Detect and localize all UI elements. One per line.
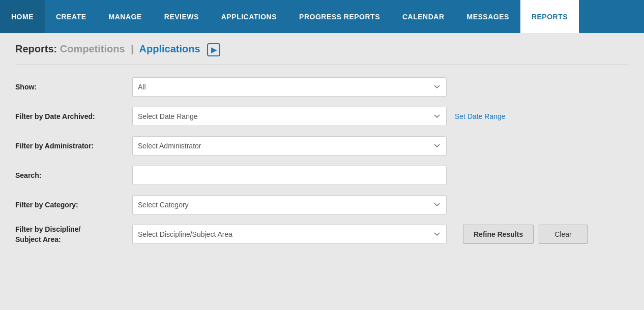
nav-messages[interactable]: MESSAGES	[456, 0, 520, 33]
search-label: Search:	[15, 171, 132, 179]
form-buttons: Refine Results Clear	[463, 225, 588, 244]
breadcrumb: Reports: Competitions | Applications ▶	[15, 43, 629, 56]
breadcrumb-applications: Applications	[139, 43, 200, 54]
main-nav: HOME CREATE MANAGE REVIEWS APPLICATIONS …	[0, 0, 644, 33]
admin-select[interactable]: Select Administrator	[132, 136, 447, 156]
discipline-select[interactable]: Select Discipline/Subject Area	[132, 225, 447, 244]
discipline-control: Select Discipline/Subject Area Refine Re…	[132, 225, 629, 244]
nav-manage[interactable]: MANAGE	[98, 0, 153, 33]
filter-form: Show: All Filter by Date Archived: Selec…	[15, 77, 629, 244]
admin-control: Select Administrator	[132, 136, 629, 156]
admin-row: Filter by Administrator: Select Administ…	[15, 136, 629, 156]
run-report-icon[interactable]: ▶	[207, 43, 220, 56]
breadcrumb-separator: |	[131, 43, 134, 54]
category-select[interactable]: Select Category	[132, 195, 447, 214]
nav-calendar[interactable]: CALENDAR	[391, 0, 456, 33]
date-row: Filter by Date Archived: Select Date Ran…	[15, 107, 629, 126]
nav-reviews[interactable]: REVIEWS	[153, 0, 210, 33]
nav-progress-reports[interactable]: PROGRESS REPORTS	[288, 0, 391, 33]
page-content: Reports: Competitions | Applications ▶ S…	[0, 33, 644, 255]
clear-button[interactable]: Clear	[539, 225, 587, 244]
admin-label: Filter by Administrator:	[15, 142, 132, 150]
date-label: Filter by Date Archived:	[15, 112, 132, 120]
show-row: Show: All	[15, 77, 629, 97]
date-control: Select Date Range Set Date Range	[132, 107, 629, 126]
show-control: All	[132, 77, 629, 97]
breadcrumb-competitions: Competitions	[60, 43, 125, 54]
nav-create[interactable]: CREATE	[45, 0, 98, 33]
category-control: Select Category	[132, 195, 629, 214]
nav-home[interactable]: HOME	[0, 0, 45, 33]
refine-results-button[interactable]: Refine Results	[463, 225, 534, 244]
nav-reports[interactable]: REPORTS	[520, 0, 579, 33]
date-select[interactable]: Select Date Range	[132, 107, 447, 126]
category-label: Filter by Category:	[15, 201, 132, 209]
category-row: Filter by Category: Select Category	[15, 195, 629, 214]
section-divider	[15, 65, 629, 65]
set-date-range-link[interactable]: Set Date Range	[455, 112, 506, 120]
search-row: Search:	[15, 166, 629, 185]
search-control	[132, 166, 629, 185]
discipline-row: Filter by Discipline/ Subject Area: Sele…	[15, 225, 629, 244]
search-input[interactable]	[132, 166, 447, 185]
breadcrumb-prefix: Reports:	[15, 43, 57, 54]
discipline-label: Filter by Discipline/ Subject Area:	[15, 225, 132, 244]
nav-applications[interactable]: APPLICATIONS	[210, 0, 288, 33]
show-label: Show:	[15, 83, 132, 91]
show-select[interactable]: All	[132, 77, 447, 97]
